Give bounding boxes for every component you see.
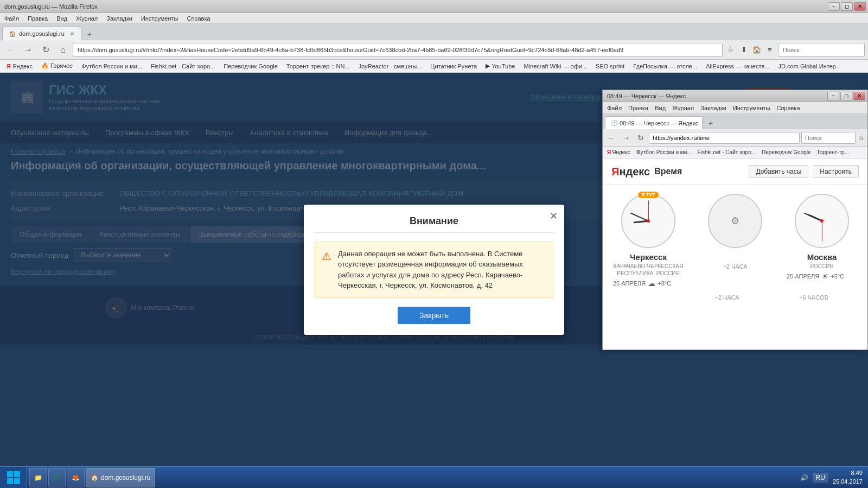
clock-center-1: [647, 219, 650, 223]
yt-clock-face-cherkessk: Я ТУТ: [621, 194, 675, 248]
menu-bookmarks[interactable]: Закладки: [106, 15, 132, 22]
second-address-bar[interactable]: [649, 132, 800, 144]
bookmark-joyreactor[interactable]: JoyReactor - смешны...: [355, 61, 425, 72]
taskbar-kaspersky[interactable]: 🛡: [48, 468, 66, 487]
second-back-button[interactable]: ←: [605, 131, 618, 144]
modal-body: ⚠ Данная операция не может быть выполнен…: [315, 242, 553, 298]
second-browser-window: 08:49 — Черкесск — Яндекс − ◻ ✕ Файл Пра…: [602, 90, 868, 350]
second-restore-button[interactable]: ◻: [840, 92, 852, 100]
bookmark-goryachee[interactable]: 🔥 Горячее: [38, 61, 76, 72]
second-reload-button[interactable]: ↻: [634, 131, 647, 144]
yt-actions: Добавить часы Настроить: [749, 165, 859, 178]
bookmark-citata[interactable]: Цитатник Рунета: [427, 61, 480, 72]
second-bm-football[interactable]: Футбол России и ми...: [634, 148, 694, 157]
forward-button[interactable]: →: [21, 42, 36, 58]
bookmark-football[interactable]: Футбол России и ми...: [78, 61, 145, 72]
firefox-icon: 🦊: [72, 474, 80, 481]
tray-volume-icon[interactable]: 🔊: [800, 474, 808, 481]
modal-close-x-button[interactable]: ✕: [550, 210, 558, 222]
bookmark-fishki[interactable]: Fishki.net - Сайт хоро...: [148, 61, 218, 72]
second-menu-edit[interactable]: Правка: [628, 105, 648, 111]
second-menu-bookmarks[interactable]: Закладки: [700, 105, 726, 111]
bookmark-yandex[interactable]: Я Яндекс: [3, 61, 36, 72]
second-bm-yandex[interactable]: Я Яндекс: [605, 148, 633, 157]
yt-offset-pos: +6 ЧАСОВ: [778, 292, 849, 302]
second-menu-journal[interactable]: Журнал: [672, 105, 694, 111]
second-bm-fishki[interactable]: Fishki.net - Сайт хоро...: [695, 148, 758, 157]
start-button[interactable]: [0, 467, 27, 489]
main-menubar: Файл Правка Вид Журнал Закладки Инструме…: [0, 13, 868, 24]
address-bar[interactable]: [73, 43, 723, 57]
tab-favicon: 🏠: [9, 31, 16, 37]
taskbar-explorer[interactable]: 📁: [29, 468, 47, 487]
bookmarks-bar: Я Яндекс 🔥 Горячее Футбол России и ми...…: [0, 60, 868, 73]
second-bm-torrent[interactable]: Торрент-тр...: [815, 148, 851, 157]
bookmark-translate[interactable]: Переводчик Google: [220, 61, 281, 72]
taskbar: 📁 🛡 🦊 🏠 dom.gosuslugi.ru 🔊 RU 8:49 25.04…: [0, 466, 868, 488]
taskbar-firefox[interactable]: 🦊: [67, 468, 85, 487]
bookmark-star-icon[interactable]: ☆: [725, 44, 737, 56]
second-bm-translate[interactable]: Переводчик Google: [760, 148, 813, 157]
menu-file[interactable]: Файл: [4, 15, 19, 22]
second-active-tab[interactable]: 🕐 08:49 — Черкесск — Яндекс ✕: [605, 116, 703, 129]
reload-button[interactable]: ↻: [38, 42, 53, 58]
menu-edit[interactable]: Правка: [28, 15, 48, 22]
svg-rect-0: [7, 471, 13, 477]
clock-center-2: [820, 219, 824, 223]
tab-close-button[interactable]: ✕: [70, 31, 74, 37]
restore-button[interactable]: ◻: [841, 2, 853, 11]
bookmark-jd[interactable]: JD.com Global Интер...: [775, 61, 845, 72]
menu-view[interactable]: Вид: [56, 15, 67, 22]
yt-add-clock-button[interactable]: Добавить часы: [749, 165, 808, 178]
clock-minute-hand-2: [804, 212, 822, 221]
back-button[interactable]: ←: [3, 42, 18, 58]
active-tab[interactable]: 🏠 dom.gosuslugi.ru ✕: [2, 27, 81, 41]
bookmark-youtube[interactable]: ▶ YouTube: [482, 61, 518, 72]
menu-tools[interactable]: Инструменты: [141, 15, 178, 22]
search-input[interactable]: [778, 43, 865, 57]
second-browser-titlebar: 08:49 — Черкесск — Яндекс − ◻ ✕: [603, 90, 867, 102]
bookmark-parcel[interactable]: ГдеПосылка — отсле...: [630, 61, 700, 72]
second-search-input[interactable]: [801, 132, 856, 144]
second-forward-button[interactable]: →: [620, 131, 633, 144]
tray-language[interactable]: RU: [813, 473, 828, 483]
menu-icon[interactable]: ≡: [764, 44, 776, 56]
menu-journal[interactable]: Журнал: [76, 15, 98, 22]
home-button[interactable]: ⌂: [55, 42, 71, 58]
second-menu-view[interactable]: Вид: [655, 105, 666, 111]
minimize-button[interactable]: −: [828, 2, 840, 11]
warning-icon: ⚠: [322, 250, 331, 263]
second-menu-tools[interactable]: Инструменты: [733, 105, 770, 111]
bookmark-torrent[interactable]: Торрент-трекер :: NN...: [283, 61, 353, 72]
clock-minute-hand-1: [630, 212, 649, 221]
bookmark-seo[interactable]: SEO sprint: [592, 61, 628, 72]
yt-city-moscow: Москва: [787, 252, 857, 262]
second-close-button[interactable]: ✕: [853, 92, 865, 100]
second-menu-help[interactable]: Справка: [776, 105, 800, 111]
yandex-time-page: Яндекс Время Добавить часы Настроить Я Т…: [603, 159, 867, 350]
bookmark-ali[interactable]: AliExpress — качеств...: [703, 61, 773, 72]
bookmark-minecraft[interactable]: Minecraft Wiki — офи...: [520, 61, 590, 72]
second-menu-file[interactable]: Файл: [607, 105, 622, 111]
taskbar-gis[interactable]: 🏠 dom.gosuslugi.ru: [86, 468, 155, 487]
download-icon[interactable]: ⬇: [738, 44, 750, 56]
second-window-controls: − ◻ ✕: [827, 92, 865, 100]
gear-icon[interactable]: ⚙: [727, 213, 743, 229]
home-icon2[interactable]: 🏠: [751, 44, 763, 56]
yt-settings-button[interactable]: Настроить: [813, 165, 859, 178]
yt-offsets-row: −2 ЧАСА +6 ЧАСОВ: [611, 292, 859, 302]
taskbar-items: 📁 🛡 🦊 🏠 dom.gosuslugi.ru: [27, 468, 795, 487]
taskbar-clock: 8:49 25.04.2017: [833, 469, 863, 486]
new-tab-button[interactable]: +: [84, 28, 95, 40]
windows-logo-icon: [6, 470, 21, 485]
main-browser-title: dom.gosuslugi.ru — Mozilla Firefox: [2, 3, 98, 10]
modal-close-button[interactable]: Закрыть: [398, 307, 470, 324]
second-minimize-button[interactable]: −: [827, 92, 839, 100]
taskbar-date: 25.04.2017: [833, 478, 863, 486]
svg-rect-1: [14, 471, 20, 477]
close-button[interactable]: ✕: [854, 2, 866, 11]
yt-clock-badge-here: Я ТУТ: [638, 192, 659, 198]
menu-help[interactable]: Справка: [187, 15, 210, 22]
second-new-tab-button[interactable]: +: [705, 117, 717, 129]
second-toolbar-icon1[interactable]: ☆: [857, 133, 865, 143]
